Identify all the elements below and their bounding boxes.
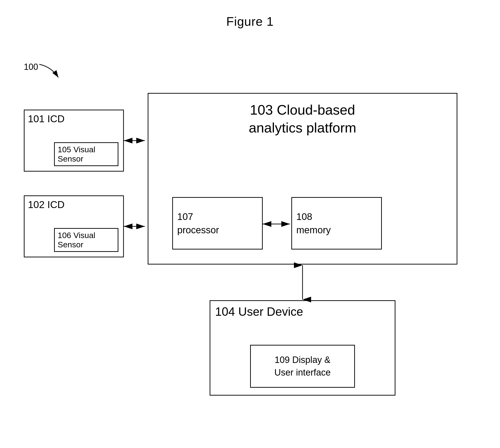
box-107-label: 107processor: [177, 210, 262, 237]
figure-title: Figure 1: [0, 0, 500, 29]
box-101-label: 101 ICD: [25, 110, 123, 128]
box-108-label: 108memory: [296, 210, 381, 237]
box-104: 104 User Device 109 Display &User interf…: [210, 300, 395, 396]
box-101: 101 ICD 105 Visual Sensor: [24, 110, 124, 172]
box-102: 102 ICD 106 Visual Sensor: [24, 195, 124, 257]
ref-100-label: 100: [24, 62, 38, 72]
box-103: 103 Cloud-basedanalytics platform 107pro…: [148, 93, 457, 265]
box-103-label: 103 Cloud-basedanalytics platform: [148, 94, 457, 137]
box-104-label: 104 User Device: [210, 301, 395, 322]
box-108: 108memory: [291, 197, 382, 250]
box-109: 109 Display &User interface: [250, 345, 355, 388]
box-106: 106 Visual Sensor: [54, 228, 118, 252]
box-102-label: 102 ICD: [25, 196, 123, 213]
ref-100-arrow: [37, 62, 65, 81]
box-105: 105 Visual Sensor: [54, 142, 118, 166]
box-107: 107processor: [172, 197, 263, 250]
